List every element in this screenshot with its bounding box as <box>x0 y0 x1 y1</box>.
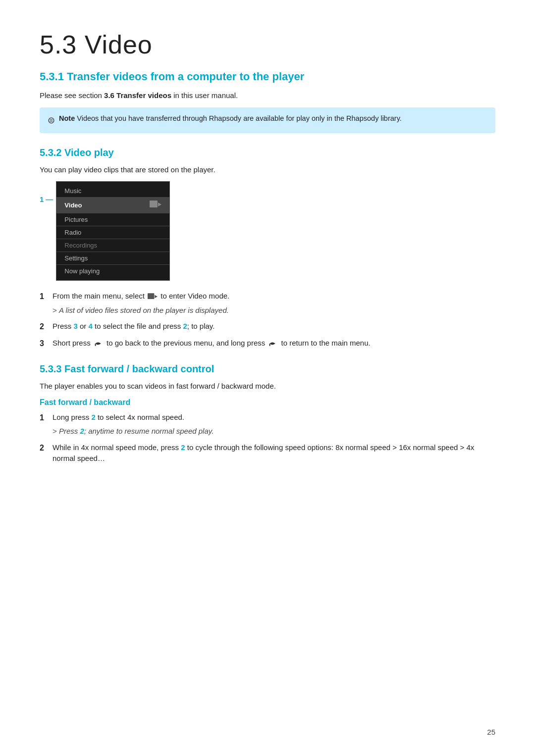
section-532-heading: 5.3.2 Video play <box>40 147 495 158</box>
video-mode-icon <box>150 200 161 209</box>
svg-marker-3 <box>155 295 158 299</box>
section-531-intro: Please see section 3.6 Transfer videos i… <box>40 90 495 101</box>
step-532-2: 2 Press 3 or 4 to select the file and pr… <box>40 321 495 333</box>
section-533-intro: The player enables you to scan videos in… <box>40 381 495 392</box>
steps-533: 1 Long press 2 to select 4x normal speed… <box>40 412 495 464</box>
back-icon-2 <box>268 340 278 348</box>
section-533-subheading: Fast forward / backward <box>40 398 495 407</box>
menu-item-settings: Settings <box>56 252 169 265</box>
steps-532: 1 From the main menu, select to enter Vi… <box>40 291 495 350</box>
note-icon: ⊜ <box>48 114 55 127</box>
step-532-3: 3 Short press to go back to the previous… <box>40 338 495 350</box>
page-number: 25 <box>487 728 495 736</box>
svg-marker-1 <box>158 202 161 206</box>
menu-item-recordings: Recordings <box>56 239 169 252</box>
menu-item-pictures: Pictures <box>56 213 169 226</box>
video-select-icon <box>148 293 158 301</box>
menu-item-radio: Radio <box>56 226 169 239</box>
menu-item-nowplaying: Now playing <box>56 265 169 277</box>
menu-item-music: Music <box>56 185 169 198</box>
page-title: 5.3 Video <box>40 30 495 59</box>
note-box: ⊜ Note Videos that you have transferred … <box>40 107 495 133</box>
step-533-2: 2 While in 4x normal speed mode, press 2… <box>40 442 495 464</box>
step-533-1: 1 Long press 2 to select 4x normal speed… <box>40 412 495 437</box>
section-533: 5.3.3 Fast forward / backward control Th… <box>40 363 495 464</box>
menu-item-video: Video <box>56 198 169 213</box>
svg-rect-2 <box>148 293 154 299</box>
device-menu: Music Video Pictures Radio Recordings Se… <box>56 181 170 281</box>
step-532-1: 1 From the main menu, select to enter Vi… <box>40 291 495 316</box>
section-533-heading: 5.3.3 Fast forward / backward control <box>40 363 495 375</box>
menu-screenshot: 1 — Music Video Pictures Radio Recording… <box>40 181 495 281</box>
note-content: Note Videos that you have transferred th… <box>59 113 402 124</box>
svg-rect-0 <box>150 201 158 207</box>
section-532: 5.3.2 Video play You can play video clip… <box>40 147 495 350</box>
section-531-heading: 5.3.1 Transfer videos from a computer to… <box>40 70 495 83</box>
menu-label-left: 1 — <box>40 195 53 203</box>
back-icon-1 <box>94 340 104 348</box>
section-532-intro: You can play video clips that are stored… <box>40 164 495 176</box>
section-531: 5.3.1 Transfer videos from a computer to… <box>40 70 495 133</box>
